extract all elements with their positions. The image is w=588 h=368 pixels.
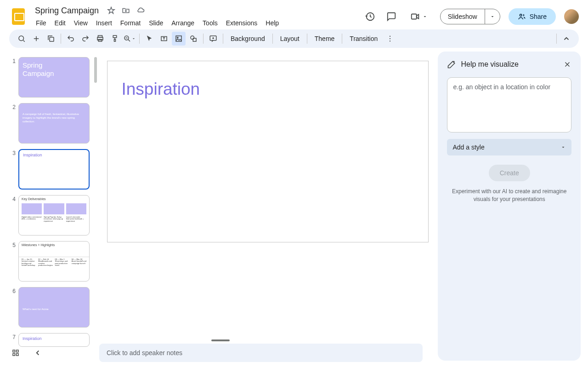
- doc-title[interactable]: Spring Campaign: [32, 5, 102, 17]
- scrollbar-thumb[interactable]: [94, 57, 97, 83]
- slide-number: 5: [9, 241, 18, 282]
- film-strip: 1 SpringCampaign 2 A campaign full of fr…: [0, 52, 98, 368]
- move-icon[interactable]: [122, 6, 130, 15]
- help-visualize-panel: Help me visualize e.g. an object in a lo…: [438, 52, 581, 361]
- prompt-input[interactable]: e.g. an object in a location in color: [447, 77, 571, 132]
- notes-drag-handle[interactable]: [211, 339, 230, 341]
- zoom-button[interactable]: [123, 32, 136, 46]
- menu-help[interactable]: Help: [262, 17, 283, 29]
- svg-rect-22: [17, 350, 19, 352]
- slide-number: 4: [9, 195, 18, 236]
- select-tool-icon[interactable]: [142, 32, 156, 46]
- paint-format-icon[interactable]: [108, 32, 122, 46]
- svg-point-11: [191, 36, 194, 40]
- textbox-icon[interactable]: [157, 32, 171, 46]
- background-button[interactable]: Background: [226, 33, 270, 44]
- slides-logo[interactable]: [9, 7, 28, 26]
- svg-rect-3: [50, 37, 54, 41]
- slide-thumb-4[interactable]: Key Deliverables Digital video commercia…: [18, 195, 90, 236]
- slideshow-dropdown[interactable]: [485, 9, 500, 24]
- comment-icon[interactable]: [385, 10, 398, 23]
- meet-button[interactable]: [406, 8, 432, 25]
- redo-icon[interactable]: [79, 32, 92, 46]
- chevron-down-icon: [560, 144, 566, 150]
- svg-point-10: [177, 37, 178, 38]
- share-label: Share: [530, 13, 547, 20]
- svg-point-16: [390, 40, 390, 41]
- svg-rect-23: [13, 354, 15, 356]
- print-icon[interactable]: [93, 32, 107, 46]
- style-dropdown[interactable]: Add a style: [447, 139, 571, 155]
- svg-point-14: [390, 36, 390, 37]
- menu-edit[interactable]: Edit: [51, 17, 69, 29]
- people-icon: [518, 12, 526, 21]
- layout-button[interactable]: Layout: [276, 33, 304, 44]
- share-button[interactable]: Share: [509, 8, 556, 25]
- slide-canvas[interactable]: Inspiration: [107, 61, 429, 242]
- menu-arrange[interactable]: Arrange: [168, 17, 198, 29]
- slide-title-text[interactable]: Inspiration: [121, 80, 414, 99]
- theme-button[interactable]: Theme: [310, 33, 339, 44]
- chevron-down-icon: [422, 14, 428, 19]
- toolbar: Background Layout Theme Transition: [9, 29, 579, 48]
- svg-rect-24: [17, 354, 19, 356]
- menu-view[interactable]: View: [70, 17, 91, 29]
- menu-file[interactable]: File: [32, 17, 50, 29]
- slide-thumb-2[interactable]: A campaign full of fresh, fantastical, i…: [18, 103, 90, 144]
- slideshow-button[interactable]: Slideshow: [441, 9, 485, 24]
- shape-icon[interactable]: [187, 32, 200, 46]
- svg-point-1: [520, 14, 522, 17]
- speaker-notes[interactable]: Click to add speaker notes: [99, 344, 423, 362]
- svg-point-2: [19, 36, 24, 41]
- slide-thumb-1[interactable]: SpringCampaign: [18, 57, 90, 98]
- grid-view-icon[interactable]: [9, 346, 22, 359]
- svg-rect-0: [412, 14, 417, 19]
- slide-thumb-5[interactable]: Milestones + Highlights 01 — Jan 15 Inte…: [18, 241, 90, 282]
- create-button: Create: [489, 165, 530, 181]
- close-icon[interactable]: [563, 60, 571, 69]
- svg-rect-9: [176, 36, 181, 41]
- svg-rect-21: [13, 350, 15, 352]
- slide-number: 1: [9, 57, 18, 98]
- search-icon[interactable]: [15, 32, 28, 46]
- cloud-icon[interactable]: [136, 6, 145, 15]
- undo-icon[interactable]: [64, 32, 78, 46]
- new-slide-button[interactable]: [29, 32, 43, 46]
- menu-extensions[interactable]: Extensions: [222, 17, 261, 29]
- panel-title: Help me visualize: [461, 60, 559, 69]
- slide-number: 3: [9, 149, 18, 190]
- menu-format[interactable]: Format: [117, 17, 144, 29]
- menu-insert[interactable]: Insert: [92, 17, 116, 29]
- image-icon[interactable]: [172, 32, 186, 46]
- panel-note: Experiment with our AI to create and rei…: [447, 188, 571, 203]
- slide-thumb-3[interactable]: Inspiration: [18, 149, 90, 190]
- transition-button[interactable]: Transition: [345, 33, 382, 44]
- svg-point-15: [390, 38, 390, 39]
- history-icon[interactable]: [364, 10, 377, 23]
- duplicate-icon[interactable]: [44, 32, 58, 46]
- slide-number: 6: [9, 287, 18, 328]
- slide-number: 2: [9, 103, 18, 144]
- chevron-left-icon[interactable]: [31, 346, 44, 359]
- star-icon[interactable]: [107, 6, 115, 15]
- menu-tools[interactable]: Tools: [199, 17, 221, 29]
- avatar[interactable]: [564, 9, 579, 24]
- more-icon[interactable]: [383, 32, 397, 46]
- menu-slide[interactable]: Slide: [145, 17, 167, 29]
- collapse-toolbar-icon[interactable]: [560, 32, 573, 46]
- comment-add-icon[interactable]: [206, 32, 220, 46]
- pencil-spark-icon: [447, 60, 456, 69]
- slide-thumb-6[interactable]: What's next for Acme: [18, 287, 90, 328]
